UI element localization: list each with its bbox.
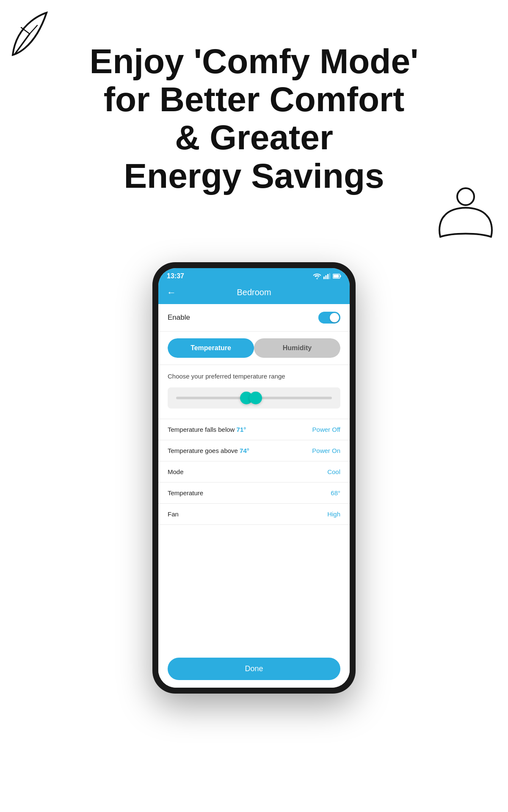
svg-rect-6 (327, 274, 329, 279)
done-section: Done (158, 652, 350, 688)
slider-container (168, 387, 340, 409)
temp-below-label: Temperature falls below 71° (168, 426, 246, 433)
status-bar: 13:37 (158, 268, 350, 283)
headline-line3: & Greater (175, 118, 333, 156)
tab-temperature[interactable]: Temperature (168, 338, 254, 358)
svg-rect-7 (329, 273, 331, 279)
table-row[interactable]: Temperature 68° (158, 483, 350, 504)
fan-label: Fan (168, 510, 179, 518)
slider-thumb-high[interactable] (249, 392, 262, 404)
wifi-icon (313, 273, 321, 279)
done-button[interactable]: Done (168, 658, 340, 680)
enable-row: Enable (158, 304, 350, 332)
temp-below-value: Power Off (312, 426, 340, 433)
phone-outer: 13:37 (152, 262, 356, 694)
mode-value: Cool (327, 468, 340, 475)
range-section: Choose your preferred temperature range (158, 365, 350, 419)
hero-headline: Enjoy 'Comfy Mode' for Better Comfort & … (0, 42, 508, 195)
headline-line2: for Better Comfort (104, 80, 405, 118)
tab-section: Temperature Humidity (158, 332, 350, 365)
battery-icon (333, 274, 341, 279)
svg-rect-4 (323, 277, 325, 279)
status-icons (313, 273, 341, 279)
svg-rect-10 (334, 275, 339, 278)
screen-content: Enable Temperature Humidity Choose your … (158, 304, 350, 688)
back-button[interactable]: ← (167, 287, 176, 298)
app-bar: ← Bedroom (158, 283, 350, 304)
range-label: Choose your preferred temperature range (168, 373, 340, 380)
slider-thumbs[interactable] (242, 392, 262, 404)
status-time: 13:37 (167, 272, 184, 280)
temperature-value: 68° (331, 489, 340, 497)
tab-humidity[interactable]: Humidity (254, 338, 340, 358)
svg-rect-9 (340, 275, 341, 277)
phone-mockup: 13:37 (152, 262, 356, 694)
phone-screen: 13:37 (158, 268, 350, 688)
headline-line4: Energy Savings (124, 156, 384, 195)
enable-label: Enable (168, 313, 190, 322)
temperature-label: Temperature (168, 489, 203, 497)
mode-label: Mode (168, 468, 184, 475)
svg-rect-5 (326, 275, 327, 279)
table-row[interactable]: Temperature goes above 74° Power On (158, 440, 350, 461)
signal-icon (323, 273, 330, 279)
table-row[interactable]: Mode Cool (158, 461, 350, 483)
temp-above-value: Power On (312, 447, 340, 454)
app-bar-title: Bedroom (237, 288, 271, 297)
headline-line1: Enjoy 'Comfy Mode' (89, 42, 418, 80)
fan-value: High (327, 510, 340, 518)
svg-line-2 (30, 25, 37, 34)
temp-above-label: Temperature goes above 74° (168, 447, 249, 454)
tab-group: Temperature Humidity (168, 338, 340, 358)
info-rows: Temperature falls below 71° Power Off Te… (158, 419, 350, 652)
enable-toggle[interactable] (318, 312, 340, 324)
table-row[interactable]: Fan High (158, 504, 350, 525)
table-row[interactable]: Temperature falls below 71° Power Off (158, 419, 350, 440)
slider-track[interactable] (176, 397, 332, 399)
